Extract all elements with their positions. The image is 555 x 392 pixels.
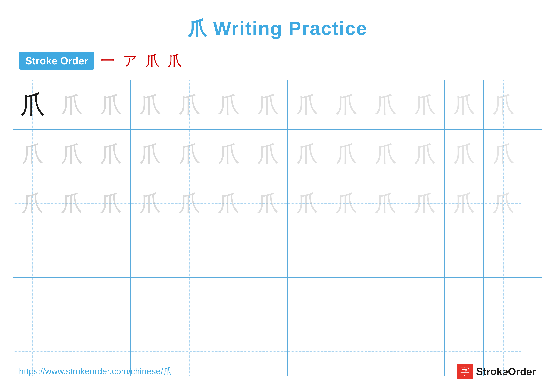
grid-cell[interactable] <box>484 228 523 277</box>
grid-cell[interactable] <box>52 278 91 327</box>
grid-cell[interactable]: 爪 <box>248 179 288 228</box>
grid-cell[interactable]: 爪 <box>170 179 209 228</box>
grid-cell[interactable]: 爪 <box>327 179 366 228</box>
grid-cell[interactable] <box>248 228 288 277</box>
ghost-character: 爪 <box>492 192 514 214</box>
ghost-character: 爪 <box>21 192 44 214</box>
grid-cell[interactable] <box>405 278 445 327</box>
grid-cell[interactable]: 爪 <box>445 129 484 178</box>
grid-cell[interactable] <box>91 278 131 327</box>
grid-cell[interactable]: 爪 <box>209 129 248 178</box>
grid-cell[interactable]: 爪 <box>52 129 91 178</box>
grid-cell[interactable] <box>445 278 484 327</box>
ghost-character: 爪 <box>61 143 83 165</box>
ghost-character: 爪 <box>218 143 240 165</box>
grid-cell[interactable] <box>288 228 327 277</box>
grid-cell[interactable]: 爪 <box>405 179 445 228</box>
ghost-character: 爪 <box>178 94 200 116</box>
grid-cell[interactable] <box>484 278 523 327</box>
ghost-character: 爪 <box>139 143 161 165</box>
grid-cell[interactable]: 爪 <box>91 80 131 129</box>
grid-cell[interactable]: 爪 <box>13 129 52 178</box>
grid-cell[interactable] <box>52 228 91 277</box>
stroke-2: ア <box>123 51 138 70</box>
ghost-character: 爪 <box>414 94 436 116</box>
ghost-character: 爪 <box>374 143 397 165</box>
grid-cell[interactable]: 爪 <box>405 129 445 178</box>
grid-row <box>13 278 542 327</box>
grid-cell[interactable]: 爪 <box>484 80 523 129</box>
grid-cell[interactable]: 爪 <box>484 179 523 228</box>
grid-cell[interactable]: 爪 <box>52 80 91 129</box>
grid-cell[interactable]: 爪 <box>170 129 209 178</box>
grid-cell[interactable] <box>445 228 484 277</box>
grid-cell[interactable] <box>366 228 405 277</box>
ghost-character: 爪 <box>21 143 44 165</box>
practice-grid: 爪爪爪爪爪爪爪爪爪爪爪爪爪爪爪爪爪爪爪爪爪爪爪爪爪爪爪爪爪爪爪爪爪爪爪爪爪爪爪 <box>13 80 542 376</box>
grid-cell[interactable] <box>327 278 366 327</box>
grid-cell[interactable]: 爪 <box>366 129 405 178</box>
ghost-character: 爪 <box>139 192 161 214</box>
grid-cell[interactable]: 爪 <box>366 179 405 228</box>
grid-cell[interactable]: 爪 <box>248 80 288 129</box>
grid-cell[interactable]: 爪 <box>484 129 523 178</box>
ghost-character: 爪 <box>374 192 397 214</box>
grid-cell[interactable]: 爪 <box>209 179 248 228</box>
grid-cell[interactable]: 爪 <box>405 80 445 129</box>
grid-cell[interactable]: 爪 <box>445 80 484 129</box>
page-title: 爪 Writing Practice <box>0 0 555 42</box>
grid-cell[interactable] <box>170 228 209 277</box>
grid-cell[interactable]: 爪 <box>288 80 327 129</box>
ghost-character: 爪 <box>414 192 436 214</box>
grid-cell[interactable]: 爪 <box>327 129 366 178</box>
grid-cell[interactable] <box>405 228 445 277</box>
grid-cell[interactable] <box>170 278 209 327</box>
grid-cell[interactable]: 爪 <box>13 80 52 129</box>
grid-cell[interactable] <box>327 228 366 277</box>
grid-cell[interactable] <box>131 228 170 277</box>
grid-cell[interactable]: 爪 <box>445 179 484 228</box>
grid-cell[interactable] <box>91 228 131 277</box>
grid-cell[interactable]: 爪 <box>170 80 209 129</box>
ghost-character: 爪 <box>218 94 240 116</box>
ghost-character: 爪 <box>178 192 200 214</box>
grid-cell[interactable]: 爪 <box>91 129 131 178</box>
model-character: 爪 <box>20 92 45 117</box>
grid-cell[interactable]: 爪 <box>288 179 327 228</box>
logo-icon: 字 <box>457 363 473 379</box>
grid-cell[interactable] <box>13 278 52 327</box>
ghost-character: 爪 <box>453 94 475 116</box>
grid-cell[interactable]: 爪 <box>366 80 405 129</box>
ghost-character: 爪 <box>492 94 514 116</box>
grid-cell[interactable]: 爪 <box>248 129 288 178</box>
grid-cell[interactable]: 爪 <box>131 80 170 129</box>
ghost-character: 爪 <box>257 143 279 165</box>
ghost-character: 爪 <box>335 94 358 116</box>
grid-cell[interactable]: 爪 <box>209 80 248 129</box>
ghost-character: 爪 <box>139 94 161 116</box>
grid-cell[interactable]: 爪 <box>52 179 91 228</box>
logo-name: StrokeOrder <box>476 366 536 378</box>
ghost-character: 爪 <box>61 192 83 214</box>
grid-cell[interactable] <box>209 278 248 327</box>
grid-cell[interactable] <box>366 278 405 327</box>
grid-cell[interactable]: 爪 <box>131 179 170 228</box>
grid-cell[interactable]: 爪 <box>327 80 366 129</box>
grid-cell[interactable]: 爪 <box>131 129 170 178</box>
ghost-character: 爪 <box>453 192 475 214</box>
grid-cell[interactable] <box>13 228 52 277</box>
ghost-character: 爪 <box>335 192 358 214</box>
ghost-character: 爪 <box>218 192 240 214</box>
stroke-order-badge: Stroke Order <box>19 52 95 70</box>
grid-cell[interactable]: 爪 <box>91 179 131 228</box>
grid-cell[interactable]: 爪 <box>13 179 52 228</box>
footer-url[interactable]: https://www.strokeorder.com/chinese/爪 <box>19 366 172 377</box>
grid-row: 爪爪爪爪爪爪爪爪爪爪爪爪爪 <box>13 80 542 129</box>
grid-row: 爪爪爪爪爪爪爪爪爪爪爪爪爪 <box>13 129 542 179</box>
grid-cell[interactable]: 爪 <box>288 129 327 178</box>
ghost-character: 爪 <box>178 143 200 165</box>
grid-cell[interactable] <box>209 228 248 277</box>
grid-cell[interactable] <box>131 278 170 327</box>
grid-cell[interactable] <box>288 278 327 327</box>
grid-cell[interactable] <box>248 278 288 327</box>
